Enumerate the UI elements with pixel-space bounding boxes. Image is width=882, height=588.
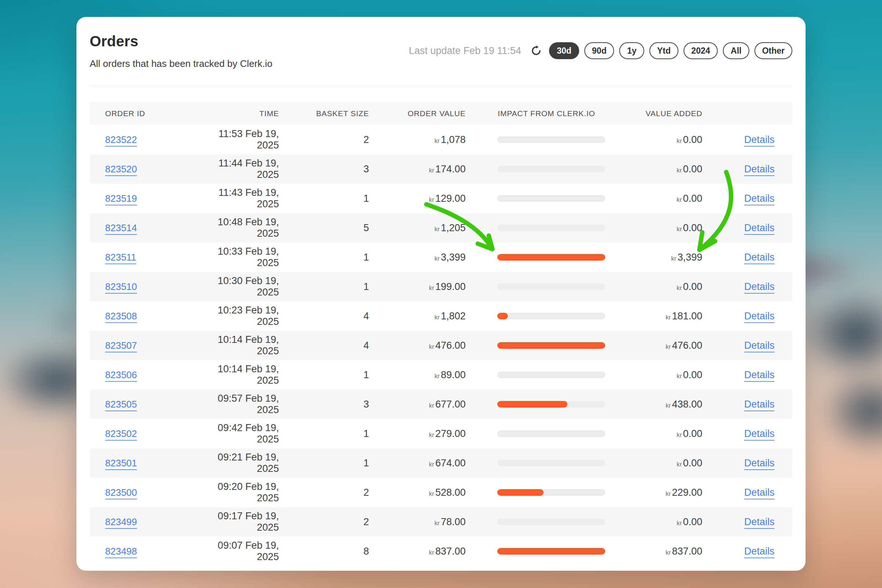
currency-prefix: kr [429, 432, 434, 438]
order-time: 10:33 Feb 19, 2025 [200, 246, 279, 268]
details-link[interactable]: Details [744, 546, 775, 557]
details-link[interactable]: Details [744, 369, 775, 380]
order-id-link[interactable]: 823520 [105, 164, 137, 175]
page-title: Orders [90, 33, 138, 50]
refresh-button[interactable] [529, 44, 543, 58]
basket-size: 4 [279, 340, 369, 351]
impact-cell [466, 136, 627, 143]
details-link[interactable]: Details [744, 399, 775, 410]
order-id-link[interactable]: 823499 [105, 516, 137, 527]
basket-size: 1 [279, 369, 369, 381]
details-link[interactable]: Details [744, 222, 775, 233]
order-id-link[interactable]: 823514 [105, 222, 137, 233]
impact-cell [466, 489, 627, 496]
currency-prefix: kr [676, 196, 682, 203]
details-link[interactable]: Details [744, 281, 775, 292]
details-link[interactable]: Details [744, 340, 775, 351]
order-time: 09:07 Feb 19, 2025 [200, 540, 279, 562]
column-header: BASKET SIZE [279, 109, 369, 118]
header-divider [90, 86, 792, 86]
order-id-link[interactable]: 823511 [105, 252, 136, 263]
order-time: 10:14 Feb 19, 2025 [200, 334, 279, 357]
impact-cell [466, 313, 627, 320]
order-id-link[interactable]: 823498 [105, 546, 137, 557]
filter-pill-90d[interactable]: 90d [584, 42, 615, 59]
order-id-link[interactable]: 823510 [105, 281, 137, 292]
table-row: 823511 10:33 Feb 19, 2025 1 kr3,399 kr3,… [90, 243, 792, 272]
order-value: kr89.00 [369, 369, 466, 381]
filter-pill-all[interactable]: All [723, 42, 749, 59]
order-id-link[interactable]: 823507 [105, 340, 137, 351]
details-link[interactable]: Details [744, 193, 775, 204]
currency-prefix: kr [671, 255, 676, 262]
column-header: VALUE ADDED [627, 109, 702, 118]
order-id-link[interactable]: 823519 [105, 193, 137, 204]
details-link[interactable]: Details [744, 428, 775, 439]
order-value: kr174.00 [369, 164, 466, 175]
value-added: kr476.00 [627, 340, 702, 351]
value-added: kr0.00 [627, 134, 702, 146]
last-update-text: Last update Feb 19 11:54 [409, 45, 521, 57]
basket-size: 1 [279, 193, 369, 204]
details-link[interactable]: Details [744, 458, 775, 469]
impact-bar-fill [497, 342, 605, 349]
table-row: 823514 10:48 Feb 19, 2025 5 kr1,205 kr0.… [90, 213, 792, 243]
order-id-link[interactable]: 823522 [105, 134, 137, 145]
order-time: 10:23 Feb 19, 2025 [200, 304, 279, 327]
value-added: kr0.00 [627, 369, 702, 381]
details-link[interactable]: Details [744, 516, 775, 527]
value-added: kr0.00 [627, 281, 702, 292]
filter-pill-other[interactable]: Other [754, 42, 792, 59]
currency-prefix: kr [429, 196, 434, 203]
filter-pill-30d[interactable]: 30d [549, 42, 579, 59]
currency-prefix: kr [676, 167, 682, 174]
details-link[interactable]: Details [744, 252, 775, 263]
value-added: kr438.00 [627, 399, 702, 410]
table-row: 823520 11:44 Feb 19, 2025 3 kr174.00 kr0… [90, 154, 792, 184]
details-link[interactable]: Details [744, 134, 775, 145]
impact-bar-fill [497, 313, 508, 320]
order-id-link[interactable]: 823501 [105, 458, 137, 469]
details-link[interactable]: Details [744, 487, 775, 498]
impact-bar-track [497, 460, 605, 466]
order-value: kr199.00 [369, 281, 466, 292]
column-header: IMPACT FROM CLERK.IO [466, 109, 627, 118]
filter-pill-1y[interactable]: 1y [619, 42, 644, 59]
orders-card: Orders All orders that has been tracked … [76, 17, 806, 571]
table-row: 823500 09:20 Feb 19, 2025 2 kr528.00 kr2… [90, 478, 792, 507]
currency-prefix: kr [676, 226, 682, 232]
details-link[interactable]: Details [744, 310, 775, 322]
impact-cell [466, 284, 627, 290]
order-id-link[interactable]: 823508 [105, 310, 137, 322]
filter-pill-ytd[interactable]: Ytd [650, 42, 678, 59]
basket-size: 2 [279, 134, 369, 146]
table-row: 823498 09:07 Feb 19, 2025 8 kr837.00 kr8… [90, 537, 792, 566]
value-added: kr837.00 [627, 546, 702, 557]
order-id-link[interactable]: 823502 [105, 428, 137, 439]
basket-size: 1 [279, 281, 369, 292]
basket-size: 1 [279, 252, 369, 263]
table-row: 823499 09:17 Feb 19, 2025 2 kr78.00 kr0.… [90, 507, 792, 537]
order-value: kr837.00 [369, 546, 466, 557]
order-time: 09:21 Feb 19, 2025 [200, 452, 279, 474]
order-time: 09:57 Feb 19, 2025 [200, 393, 279, 416]
table-body: 823522 11:53 Feb 19, 2025 2 kr1,078 kr0.… [90, 125, 792, 566]
order-value: kr3,399 [369, 252, 466, 263]
currency-prefix: kr [666, 402, 670, 409]
currency-prefix: kr [666, 549, 670, 556]
details-link[interactable]: Details [744, 164, 775, 175]
value-added: kr0.00 [627, 458, 702, 469]
impact-cell [466, 519, 627, 525]
order-value: kr129.00 [369, 193, 466, 204]
currency-prefix: kr [676, 373, 682, 380]
order-id-link[interactable]: 823506 [105, 369, 137, 380]
order-id-link[interactable]: 823500 [105, 487, 137, 498]
filter-pill-2024[interactable]: 2024 [684, 42, 718, 59]
currency-prefix: kr [434, 138, 440, 144]
value-added: kr181.00 [627, 310, 702, 322]
orders-table: ORDER IDTIMEBASKET SIZEORDER VALUEIMPACT… [90, 102, 792, 566]
impact-bar-track [497, 166, 605, 172]
currency-prefix: kr [429, 343, 434, 350]
order-id-link[interactable]: 823505 [105, 399, 137, 410]
currency-prefix: kr [666, 343, 670, 350]
